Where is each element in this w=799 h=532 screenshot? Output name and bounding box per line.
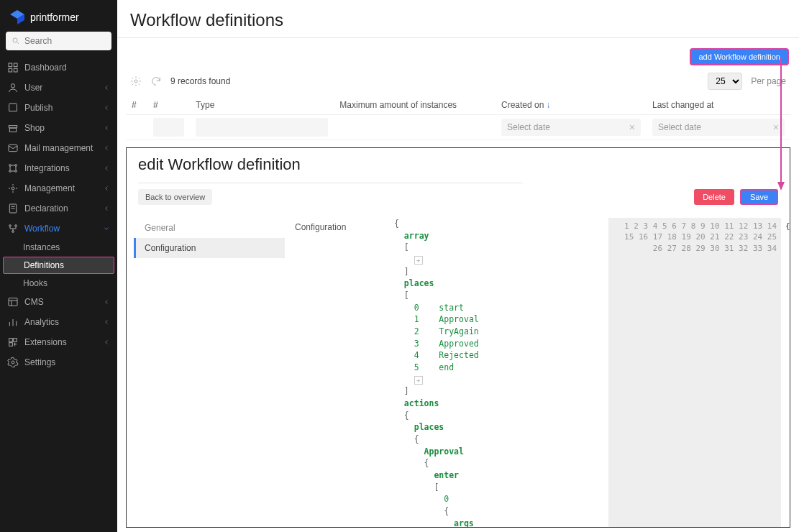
- sidebar-item-management[interactable]: Management: [0, 178, 117, 198]
- sidebar-item-workflow[interactable]: Workflow: [0, 219, 117, 239]
- settings-icon: [7, 357, 19, 368]
- search-icon: [12, 36, 20, 46]
- analytics-icon: [7, 316, 19, 328]
- svg-rect-3: [14, 63, 17, 67]
- sidebar-item-cms[interactable]: CMS: [0, 292, 117, 312]
- sidebar-item-user[interactable]: User: [0, 78, 117, 98]
- declaration-icon: [7, 203, 19, 214]
- search-input[interactable]: [24, 36, 106, 46]
- brand-name: printformer: [30, 12, 79, 23]
- filter-type[interactable]: [196, 118, 328, 137]
- svg-point-32: [134, 80, 137, 83]
- svg-point-11: [9, 170, 12, 173]
- sidebar-item-dashboard[interactable]: Dashboard: [0, 58, 117, 78]
- svg-point-19: [12, 231, 14, 233]
- svg-point-31: [12, 361, 14, 364]
- filter-num2[interactable]: [153, 118, 184, 137]
- svg-rect-7: [9, 128, 16, 132]
- publish-icon: [7, 102, 19, 114]
- workflow-icon: [7, 223, 19, 234]
- col-max[interactable]: Maximum amount of instances: [334, 96, 496, 115]
- cms-icon: [7, 296, 19, 308]
- sidebar-item-settings[interactable]: Settings: [0, 352, 117, 372]
- refresh-icon[interactable]: [150, 75, 162, 87]
- svg-rect-20: [9, 298, 17, 306]
- editor-tabs: General Configuration: [134, 218, 285, 527]
- json-tree-editor[interactable]: { array [ + ] places [ 0 start 1 Approva…: [388, 218, 598, 527]
- brand-logo: printformer: [0, 0, 117, 32]
- svg-rect-2: [9, 63, 12, 67]
- add-workflow-definition-button[interactable]: add Workflow definition: [690, 48, 789, 65]
- tab-configuration[interactable]: Configuration: [134, 238, 285, 258]
- delete-button[interactable]: Delete: [694, 189, 734, 205]
- col-num[interactable]: #: [126, 96, 147, 115]
- svg-rect-28: [9, 343, 13, 347]
- filter-created-date[interactable]: Select date×: [501, 119, 641, 136]
- integrations-icon: [7, 162, 19, 174]
- clear-icon[interactable]: ×: [629, 121, 635, 133]
- sidebar-item-publish[interactable]: Publish: [0, 98, 117, 118]
- mail-icon: [7, 142, 19, 154]
- sidebar-sub-hooks[interactable]: Hooks: [0, 275, 117, 292]
- svg-point-17: [9, 225, 12, 227]
- editor-title: edit Workflow definition: [138, 155, 778, 174]
- records-found-label: 9 records found: [170, 76, 230, 86]
- filter-changed-date[interactable]: Select date×: [652, 119, 785, 136]
- col-changed[interactable]: Last changed at: [647, 96, 790, 115]
- sidebar-item-analytics[interactable]: Analytics: [0, 312, 117, 332]
- dashboard-icon: [7, 62, 19, 73]
- sidebar-item-mail-management[interactable]: Mail management: [0, 138, 117, 158]
- svg-point-9: [9, 165, 12, 167]
- col-num2[interactable]: #: [147, 96, 190, 115]
- svg-rect-8: [9, 145, 17, 151]
- table-toolbar: 9 records found 25 Per page: [117, 67, 799, 96]
- code-editor[interactable]: 1 2 3 4 5 6 7 8 9 10 11 12 13 14 15 16 1…: [608, 218, 790, 527]
- svg-rect-4: [9, 68, 12, 72]
- svg-rect-5: [14, 68, 17, 72]
- editor-panel: edit Workflow definition Back to overvie…: [126, 147, 790, 528]
- sidebar-item-shop[interactable]: Shop: [0, 118, 117, 138]
- tab-general[interactable]: General: [134, 218, 285, 238]
- sidebar-item-integrations[interactable]: Integrations: [0, 158, 117, 178]
- svg-point-18: [15, 225, 17, 227]
- sidebar-item-extensions[interactable]: Extensions: [0, 332, 117, 352]
- svg-point-13: [12, 187, 14, 190]
- logo-icon: [9, 9, 26, 26]
- clear-icon[interactable]: ×: [773, 121, 779, 133]
- sidebar-item-declaration[interactable]: Declaration: [0, 198, 117, 219]
- search-input-wrap[interactable]: [6, 32, 111, 50]
- per-page-label: Per page: [751, 76, 786, 86]
- svg-point-6: [11, 84, 14, 88]
- save-button[interactable]: Save: [740, 189, 778, 205]
- extensions-icon: [7, 336, 19, 348]
- sidebar: printformer DashboardUserPublishShopMail…: [0, 0, 117, 532]
- svg-rect-26: [9, 339, 13, 342]
- back-button[interactable]: Back to overview: [138, 189, 212, 205]
- col-type[interactable]: Type: [190, 96, 334, 115]
- page-size-select[interactable]: 25: [708, 73, 742, 90]
- svg-point-12: [15, 170, 17, 173]
- sort-desc-icon: ↓: [546, 100, 550, 110]
- configuration-label: Configuration: [295, 218, 388, 527]
- sidebar-sub-definitions[interactable]: Definitions: [3, 257, 114, 274]
- page-title: Workflow definitions: [130, 10, 786, 30]
- svg-line-1: [17, 42, 19, 45]
- shop-icon: [7, 122, 19, 134]
- sidebar-sub-instances[interactable]: Instances: [0, 239, 117, 256]
- col-created[interactable]: Created on↓: [496, 96, 647, 115]
- svg-rect-27: [14, 339, 17, 342]
- svg-point-0: [13, 38, 17, 42]
- management-icon: [7, 183, 19, 194]
- user-icon: [7, 82, 19, 93]
- settings-icon[interactable]: [130, 75, 142, 87]
- svg-point-10: [15, 165, 17, 167]
